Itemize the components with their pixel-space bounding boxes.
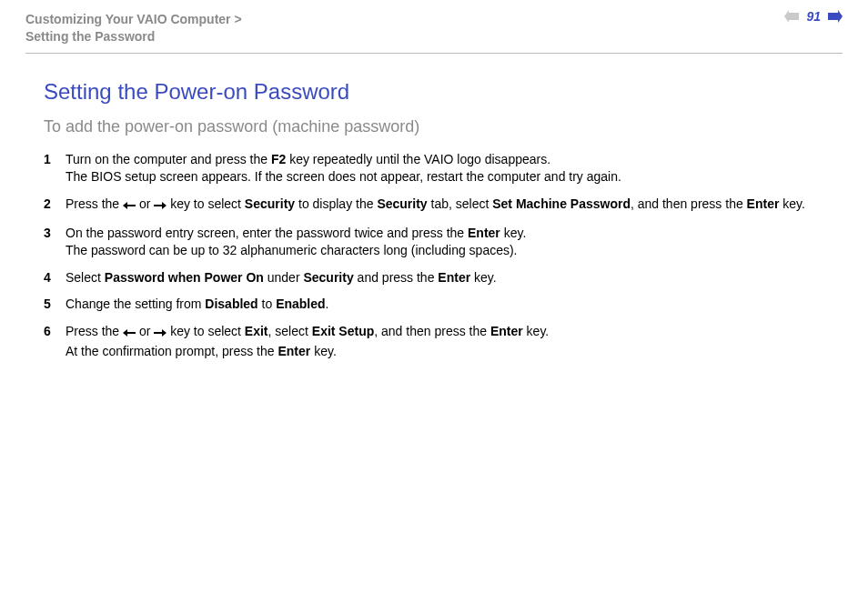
step-body: Press the or key to select Security to d… bbox=[66, 196, 843, 216]
step-body: Press the or key to select Exit, select … bbox=[66, 323, 843, 360]
left-arrow-icon bbox=[123, 325, 136, 343]
next-page-icon[interactable] bbox=[828, 10, 843, 23]
step-body: Change the setting from Disabled to Enab… bbox=[66, 296, 843, 314]
svg-marker-4 bbox=[123, 329, 136, 337]
page-title: Setting the Power-on Password bbox=[44, 79, 843, 105]
step-number: 4 bbox=[44, 269, 66, 287]
breadcrumb-line1: Customizing Your VAIO Computer > bbox=[25, 12, 242, 26]
pager: 91 bbox=[784, 9, 843, 24]
page-number: 91 bbox=[804, 9, 823, 24]
page-header: Customizing Your VAIO Computer > Setting… bbox=[25, 9, 843, 54]
subtitle: To add the power-on password (machine pa… bbox=[44, 117, 843, 136]
svg-marker-1 bbox=[828, 10, 843, 23]
svg-marker-5 bbox=[154, 329, 167, 337]
breadcrumb-line2: Setting the Password bbox=[25, 29, 155, 44]
prev-page-icon[interactable] bbox=[784, 10, 799, 23]
svg-marker-2 bbox=[123, 202, 136, 209]
svg-marker-3 bbox=[154, 202, 167, 209]
steps-list: 1Turn on the computer and press the F2 k… bbox=[44, 151, 843, 360]
step-item: 2Press the or key to select Security to … bbox=[44, 196, 843, 216]
content: Setting the Power-on Password To add the… bbox=[25, 79, 843, 360]
step-body: Turn on the computer and press the F2 ke… bbox=[66, 151, 843, 186]
left-arrow-icon bbox=[123, 197, 136, 216]
step-item: 3On the password entry screen, enter the… bbox=[44, 225, 843, 260]
step-number: 3 bbox=[44, 225, 66, 243]
right-arrow-icon bbox=[154, 325, 167, 343]
step-body: On the password entry screen, enter the … bbox=[66, 225, 843, 260]
step-number: 2 bbox=[44, 196, 66, 214]
step-item: 1Turn on the computer and press the F2 k… bbox=[44, 151, 843, 186]
step-item: 5Change the setting from Disabled to Ena… bbox=[44, 296, 843, 314]
step-body: Select Password when Power On under Secu… bbox=[66, 269, 843, 287]
step-item: 6Press the or key to select Exit, select… bbox=[44, 323, 843, 360]
right-arrow-icon bbox=[154, 197, 167, 216]
step-number: 1 bbox=[44, 151, 66, 169]
step-item: 4Select Password when Power On under Sec… bbox=[44, 269, 843, 287]
svg-marker-0 bbox=[784, 10, 799, 23]
breadcrumb: Customizing Your VAIO Computer > Setting… bbox=[25, 9, 242, 45]
step-number: 6 bbox=[44, 323, 66, 341]
step-number: 5 bbox=[44, 296, 66, 314]
